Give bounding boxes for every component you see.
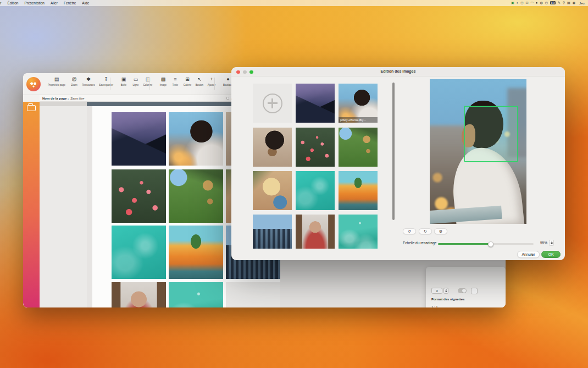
menu-item-présentation[interactable]: Présentation <box>24 1 45 5</box>
settings-gear-button[interactable]: ⚙ <box>434 228 447 234</box>
folder-icon[interactable] <box>27 105 36 111</box>
clock-icon[interactable]: ◴ <box>545 0 548 6</box>
dialog-titlebar[interactable]: Edition des images <box>231 67 565 76</box>
menu-item-aller[interactable]: Aller <box>51 1 58 5</box>
page-name-label: Nom de la page : <box>42 97 69 100</box>
pen-icon[interactable]: ✎ <box>558 0 561 6</box>
menu-item-aide[interactable]: Aide <box>82 1 89 5</box>
status-icons: ▣◐◷⊡◠●◍◴FR✎⚲▤◉ <box>509 0 575 6</box>
crop-scale-value: 55% <box>535 241 547 245</box>
activate-checkbox[interactable] <box>226 97 229 100</box>
crop-scale-stepper[interactable] <box>549 240 554 246</box>
wifi-icon[interactable]: ◠ <box>531 0 534 6</box>
ok-button[interactable]: OK <box>541 251 561 258</box>
dialog-photo-city-skyline[interactable] <box>253 215 292 249</box>
pages-sidebar[interactable] <box>40 102 87 307</box>
rotate-cw-button[interactable]: ↻ <box>419 228 432 234</box>
crop-scale-slider[interactable] <box>438 243 534 245</box>
rotate-ccw-button[interactable]: ↺ <box>403 228 416 234</box>
stats-icon[interactable]: ◍ <box>540 0 542 6</box>
menu-item-fenêtre[interactable]: Fenêtre <box>64 1 76 5</box>
control-center-icon[interactable]: ▤ <box>567 0 570 6</box>
dialog-photo-woman-portrait-red[interactable] <box>296 215 335 249</box>
dialog-photo-flamingos[interactable] <box>296 128 335 167</box>
left-gradient-rail <box>23 102 40 307</box>
menu-items: FichierÉditionPrésentationAllerFenêtreAi… <box>0 1 89 5</box>
color-meter-icon[interactable]: ◐ <box>517 0 519 6</box>
display-icon[interactable]: ⊡ <box>526 0 529 6</box>
dialog-photo-teal-ocean[interactable] <box>296 171 335 210</box>
page-name-value[interactable]: Sans titre <box>70 97 84 100</box>
dialog-photo-afro-sunglasses[interactable] <box>253 128 292 167</box>
toolbar-item-label: Ajouter <box>202 84 221 86</box>
add-image-button[interactable] <box>253 84 292 123</box>
dialog-photo-giraffe[interactable] <box>339 128 378 167</box>
cancel-button[interactable]: Annuler <box>517 251 540 258</box>
format-label: Format des vignettes <box>431 298 464 301</box>
input-source-badge[interactable]: FR <box>550 1 556 4</box>
pages-sidebar-header <box>40 102 87 106</box>
time-machine-icon[interactable]: ◷ <box>520 0 523 6</box>
toolbar-item-add[interactable]: +Ajouter <box>202 76 221 86</box>
screen-mirroring-icon[interactable]: ▣ <box>511 0 514 6</box>
toolbar-item-label: Sauvegarder <box>97 84 115 86</box>
toolbar-item-label: Ressources <box>79 84 98 86</box>
toolbar-item-resources[interactable]: ✱Ressources <box>79 76 98 86</box>
toolbar-item-page-properties[interactable]: ▤Propriétés page <box>47 76 66 86</box>
gallery-empty-cell <box>226 282 280 307</box>
gallery-inspector-panel: 3 Format des vignettes 1 : 1 Espace auto… <box>426 267 506 307</box>
gallery-photo-woman-portrait-red[interactable] <box>112 282 166 307</box>
ratio-value: 1 : 1 <box>431 305 438 307</box>
siri-icon[interactable]: ◉ <box>573 0 575 6</box>
focus-icon[interactable]: ● <box>536 0 538 6</box>
gallery-photo-teal-waves[interactable] <box>169 282 223 307</box>
menu-item-fichier[interactable]: Fichier <box>0 1 2 5</box>
columns-extra-button[interactable] <box>471 288 478 294</box>
gallery-photo-woman-dusk[interactable] <box>169 112 223 166</box>
menu-clock[interactable]: Jeu. <box>579 2 588 5</box>
spotlight-icon[interactable]: ⚲ <box>563 0 565 6</box>
dialog-photo-teal-waves[interactable] <box>339 215 378 249</box>
plus-circle-icon <box>263 94 282 113</box>
resources-icon: ✱ <box>79 76 98 83</box>
crop-preview[interactable] <box>430 79 526 224</box>
app-logo-icon <box>26 77 41 91</box>
add-icon: + <box>202 76 221 83</box>
dialog-photo-blonde-woman[interactable] <box>253 171 292 210</box>
menu-status-area: ▣◐◷⊡◠●◍◴FR✎⚲▤◉ Jeu. <box>509 0 588 6</box>
gallery-photo-orange-van[interactable] <box>169 226 223 279</box>
gallery-photo-mountains-night[interactable] <box>112 112 166 166</box>
toolbar-separator <box>110 78 110 90</box>
save-icon: ↧ <box>97 76 115 83</box>
dialog-title: Edition des images <box>231 69 565 73</box>
gallery-photo-flamingos[interactable] <box>112 169 166 223</box>
crop-scale-label: Echelle du recadrage <box>403 241 436 245</box>
toolbar-separator <box>149 78 150 90</box>
columns-toggle[interactable] <box>458 288 467 293</box>
page-properties-icon: ▤ <box>47 76 66 83</box>
grid-scrollbar[interactable] <box>392 83 395 220</box>
gallery-photo-giraffe[interactable] <box>169 169 223 223</box>
image-edit-dialog: Edition des images jeffery-erhunse-BQ… ↺… <box>231 67 565 260</box>
dialog-photo-mountains-night[interactable] <box>296 84 335 123</box>
columns-stepper[interactable] <box>443 288 448 294</box>
toolbar-item-label: Propriétés page <box>47 84 66 86</box>
menu-bar: FichierÉditionPrésentationAllerFenêtreAi… <box>0 0 588 6</box>
toolbar-item-save[interactable]: ↧Sauvegarder <box>97 76 115 86</box>
dialog-photo-orange-van[interactable] <box>339 171 378 210</box>
menu-item-édition[interactable]: Édition <box>8 1 19 5</box>
gallery-photo-teal-ocean[interactable] <box>112 226 166 279</box>
toolbar-separator <box>214 78 215 90</box>
dialog-photo-woman-dusk[interactable]: jeffery-erhunse-BQ… <box>339 84 378 123</box>
columns-value-field[interactable]: 3 <box>431 288 442 294</box>
crop-selection-rect[interactable] <box>464 106 518 162</box>
selected-filename-label: jeffery-erhunse-BQ… <box>339 117 378 123</box>
crop-scale-knob[interactable] <box>488 241 493 247</box>
image-thumbnail-grid: jeffery-erhunse-BQ… <box>247 80 391 249</box>
